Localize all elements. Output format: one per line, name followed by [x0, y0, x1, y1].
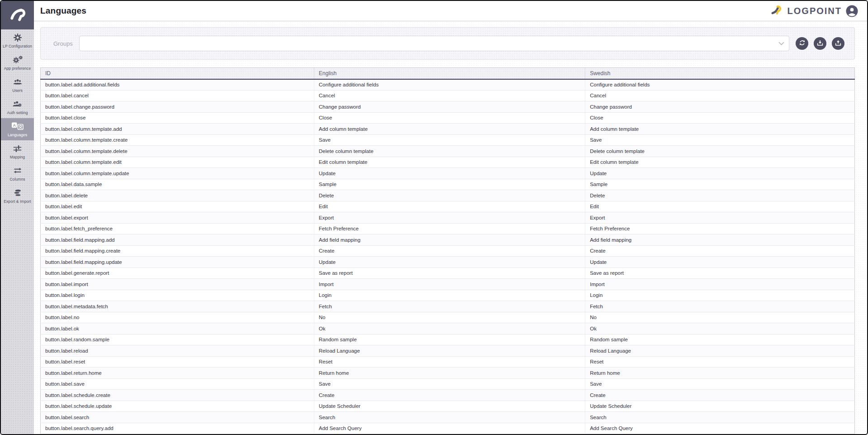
cell-english: Fetch Preference: [314, 223, 585, 234]
table-row[interactable]: button.label.field.mapping.update Update…: [41, 257, 855, 268]
logpoint-swoosh-icon: [9, 6, 26, 25]
table-row[interactable]: button.label.column.template.add Add col…: [41, 124, 855, 135]
cell-swedish: Save as report: [585, 268, 855, 279]
column-header-english[interactable]: English: [314, 68, 585, 79]
cell-english: Add field mapping: [314, 234, 585, 246]
cell-swedish: Close: [585, 112, 855, 124]
cell-id: button.label.close: [41, 112, 314, 124]
sidebar-item-users[interactable]: Users: [1, 74, 34, 96]
users-icon: [13, 77, 23, 87]
database-icon: [13, 188, 22, 198]
table-row[interactable]: button.label.add.additional.fields Confi…: [41, 79, 855, 91]
export-download-button[interactable]: [814, 37, 826, 50]
sidebar-item-mapping[interactable]: Mapping: [1, 140, 34, 163]
sliders-icon: [13, 143, 22, 153]
cell-id: button.label.login: [41, 290, 314, 301]
refresh-icon: [798, 39, 806, 48]
table-row[interactable]: button.label.no No No: [41, 312, 855, 323]
cell-id: button.label.generate.report: [41, 268, 314, 279]
table-row[interactable]: button.label.reload Reload Language Relo…: [41, 345, 855, 357]
content: Groups: [34, 21, 867, 434]
users-gear-icon: [12, 99, 23, 109]
table-row[interactable]: button.label.save Save Save: [41, 378, 855, 390]
double-gear-icon: [12, 55, 23, 65]
sidebar-item-label: Export & Import: [4, 199, 31, 204]
table-row[interactable]: button.label.column.template.create Save…: [41, 134, 855, 146]
cell-english: Delete column template: [314, 146, 585, 157]
cell-swedish: Add field mapping: [585, 234, 855, 246]
sidebar-item-auth-setting[interactable]: Auth setting: [1, 96, 34, 118]
table-row[interactable]: button.label.data.sample Sample Sample: [41, 179, 855, 190]
table-row[interactable]: button.label.return.home Return home Ret…: [41, 368, 855, 379]
cell-swedish: Return home: [585, 368, 855, 379]
cell-swedish: Sample: [585, 179, 855, 190]
cell-swedish: Create: [585, 245, 855, 257]
table-row[interactable]: button.label.edit Edit Edit: [41, 201, 855, 212]
cell-english: Search: [314, 412, 585, 423]
reload-languages-button[interactable]: [796, 37, 808, 50]
logpoint-sidebar-logo[interactable]: [1, 1, 34, 29]
cell-id: button.label.schedule.update: [41, 401, 314, 412]
table-row[interactable]: button.label.random.sample Random sample…: [41, 334, 855, 345]
cell-english: Export: [314, 212, 585, 224]
cell-swedish: Add Search Query: [585, 423, 855, 434]
cell-english: Return home: [314, 368, 585, 379]
table-row[interactable]: button.label.change.password Change pass…: [41, 101, 855, 113]
table-row[interactable]: button.label.field.mapping.create Create…: [41, 245, 855, 257]
sidebar-item-columns[interactable]: Columns: [1, 163, 34, 185]
table-row[interactable]: button.label.delete Delete Delete: [41, 190, 855, 201]
cell-swedish: Configure additional fields: [585, 79, 855, 91]
table-row[interactable]: button.label.column.template.delete Dele…: [41, 146, 855, 157]
cell-id: button.label.fetch_preference: [41, 223, 314, 234]
table-row[interactable]: button.label.generate.report Save as rep…: [41, 268, 855, 279]
brand-text: LOGPOINT: [787, 6, 842, 16]
cell-id: button.label.data.sample: [41, 179, 314, 190]
table-row[interactable]: button.label.metadata.fetch Fetch Fetch: [41, 301, 855, 312]
cell-swedish: Edit column template: [585, 157, 855, 168]
sidebar-nav: LP Configuration: [1, 29, 34, 207]
table-row[interactable]: button.label.login Login Login: [41, 290, 855, 301]
table-row[interactable]: button.label.schedule.create Create Crea…: [41, 390, 855, 401]
table-row[interactable]: button.label.cancel Cancel Cancel: [41, 90, 855, 101]
cell-swedish: Save: [585, 378, 855, 390]
sidebar-item-app-preference[interactable]: App preference: [1, 52, 34, 74]
cell-english: Reload Language: [314, 345, 585, 357]
table-row[interactable]: button.label.schedule.update Update Sche…: [41, 401, 855, 412]
svg-text:A: A: [13, 123, 16, 128]
cell-swedish: Search: [585, 412, 855, 423]
table-row[interactable]: button.label.fetch_preference Fetch Pref…: [41, 223, 855, 234]
table-row[interactable]: button.label.reset Reset Reset: [41, 356, 855, 368]
table-row[interactable]: button.label.column.template.update Upda…: [41, 168, 855, 179]
gear-icon: [13, 33, 22, 43]
column-header-id[interactable]: ID: [41, 68, 314, 79]
cell-id: button.label.import: [41, 279, 314, 290]
column-header-swedish[interactable]: Swedish: [585, 68, 855, 79]
cell-swedish: Import: [585, 279, 855, 290]
cell-english: Cancel: [314, 90, 585, 101]
cell-id: button.label.schedule.create: [41, 390, 314, 401]
cell-english: Fetch: [314, 301, 585, 312]
cell-swedish: Update: [585, 257, 855, 268]
groups-panel: Groups: [40, 27, 855, 60]
groups-select[interactable]: [79, 36, 789, 51]
cell-id: button.label.change.password: [41, 101, 314, 113]
table-row[interactable]: button.label.column.template.edit Edit c…: [41, 157, 855, 168]
groups-label: Groups: [53, 40, 73, 47]
table-row[interactable]: button.label.export Export Export: [41, 212, 855, 224]
chevron-down-icon: [778, 39, 784, 48]
table-row[interactable]: button.label.close Close Close: [41, 112, 855, 124]
cell-id: button.label.metadata.fetch: [41, 301, 314, 312]
sidebar-item-export-import[interactable]: Export & Import: [1, 185, 34, 207]
download-icon: [816, 39, 824, 48]
sidebar-item-languages[interactable]: A Languages: [1, 118, 34, 140]
cell-english: Ok: [314, 323, 585, 335]
user-avatar[interactable]: [846, 5, 858, 17]
import-upload-button[interactable]: [832, 37, 844, 50]
table-row[interactable]: button.label.ok Ok Ok: [41, 323, 855, 335]
table-row[interactable]: button.label.search Search Search: [41, 412, 855, 423]
cell-english: Add Search Query: [314, 423, 585, 434]
table-row[interactable]: button.label.import Import Import: [41, 279, 855, 290]
table-row[interactable]: button.label.search.query.add Add Search…: [41, 423, 855, 434]
sidebar-item-lp-configuration[interactable]: LP Configuration: [1, 29, 34, 52]
table-row[interactable]: button.label.field.mapping.add Add field…: [41, 234, 855, 246]
